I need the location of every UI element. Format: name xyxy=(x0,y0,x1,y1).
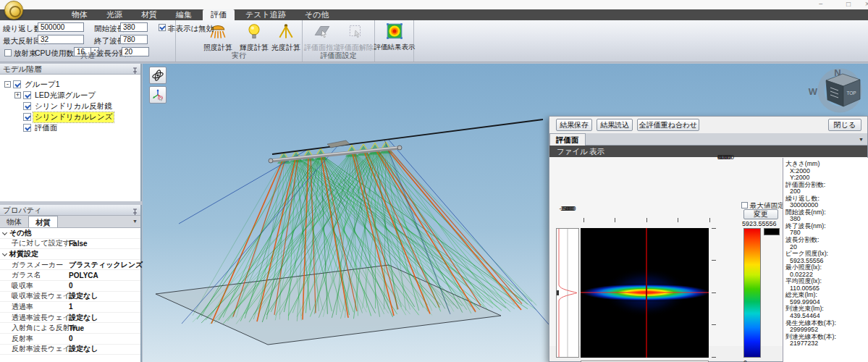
axis-tick xyxy=(712,357,716,358)
tab-material[interactable]: 材質 xyxy=(28,216,58,227)
evaluation-results-window: 結果保存 結果読込 全評価重ね合わせ 閉じる 評価面 ▼ ファイル 表示 -10… xyxy=(549,116,868,362)
view-cube[interactable]: TOP xyxy=(826,74,860,106)
cylindrical-reflector[interactable] xyxy=(272,119,543,154)
tree-expander-icon[interactable]: - xyxy=(4,81,11,88)
ribbon-tab[interactable]: テスト追跡 xyxy=(237,9,294,20)
hide-invalid-checkbox[interactable] xyxy=(159,24,166,31)
ribbon-tab[interactable]: 編集 xyxy=(168,9,200,20)
ribbon-tab[interactable]: 物体 xyxy=(64,9,96,20)
property-label: 吸収率 xyxy=(12,281,33,291)
property-row[interactable]: 透過率波長ウェイト 設定なし xyxy=(0,313,140,324)
tree-item[interactable]: シリンドリカルレンズ xyxy=(14,111,140,122)
lens-end-cap xyxy=(397,146,402,150)
property-panel-header: プロパティ xyxy=(0,205,140,216)
model-hierarchy-panel: モデル階層 - グループ1 + LED光源グループ シリンドリカル反射鏡 xyxy=(0,64,142,201)
property-row[interactable]: その他 xyxy=(0,228,140,239)
menu-file[interactable]: ファイル xyxy=(557,146,588,157)
ribbon-tab[interactable]: 材質 xyxy=(133,9,165,20)
tree-item[interactable]: 評価面 xyxy=(14,122,140,133)
tree-item[interactable]: - グループ1 xyxy=(4,79,140,90)
property-label: ガラスメーカー xyxy=(12,260,63,270)
tree-checkbox[interactable] xyxy=(23,124,31,132)
property-value: 設定なし xyxy=(69,344,98,354)
property-row[interactable]: 反射率 0 xyxy=(0,334,140,345)
ribbon-group-common: 繰り返し数 500000 最大反射回数 32 放射束 CPU使用数 16 ▲▼ … xyxy=(0,20,176,62)
iterations-input[interactable]: 500000 xyxy=(38,22,84,32)
led-source-body[interactable] xyxy=(327,140,350,148)
property-label: 材質設定 xyxy=(9,249,38,259)
property-value: 設定なし xyxy=(69,291,98,301)
start-wavelength-input[interactable]: 380 xyxy=(120,22,148,32)
orbit-view-button[interactable] xyxy=(149,67,167,84)
illuminance-heatmap[interactable] xyxy=(581,228,709,358)
app-logo-icon[interactable] xyxy=(4,1,23,20)
property-value: 設定なし xyxy=(69,313,98,323)
property-row[interactable]: 反射率波長ウェイト 設定なし xyxy=(0,345,140,355)
property-label: 反射率波長ウェイト xyxy=(12,344,77,354)
ribbon-tab[interactable]: 評価 xyxy=(203,9,235,20)
property-value: 1 xyxy=(69,303,73,311)
hide-invalid-label: 非表示は無効 xyxy=(168,24,214,34)
property-row[interactable]: 吸収率 0 xyxy=(0,281,140,292)
property-row[interactable]: 透過率 1 xyxy=(0,302,140,313)
tree-expander-icon[interactable]: + xyxy=(14,92,21,98)
max-fixed-checkbox[interactable] xyxy=(741,202,748,209)
property-row[interactable]: ガラス名 POLYCA xyxy=(0,270,140,281)
tree-item-label: グループ1 xyxy=(23,80,62,90)
menu-view[interactable]: 表示 xyxy=(589,146,604,157)
intensity-calc-icon xyxy=(277,22,295,41)
panel-splitter[interactable] xyxy=(0,201,142,205)
axis-label: -1000 xyxy=(717,153,734,161)
property-row[interactable]: 入射角による反射率 True xyxy=(0,323,140,334)
tree-item[interactable]: + LED光源グループ xyxy=(14,90,140,101)
minimize-icon[interactable]: − xyxy=(815,0,827,9)
model-hierarchy-header: モデル階層 xyxy=(0,64,140,75)
ribbon-tab-bar: 物体 光源 材質 編集 評価 テスト追跡 その他 xyxy=(0,9,868,20)
property-row[interactable]: ガラスメーカー プラスティックレンズ xyxy=(0,260,140,271)
move-object-button[interactable] xyxy=(149,86,167,104)
tree-checkbox[interactable] xyxy=(13,80,21,88)
tree-checkbox[interactable] xyxy=(23,113,31,121)
maximize-icon[interactable]: □ xyxy=(843,0,854,9)
tab-evaluation-surface[interactable]: 評価面 xyxy=(549,133,586,146)
chevron-down-icon[interactable]: ▼ xyxy=(132,219,138,224)
tree-item[interactable]: シリンドリカル反射鏡 xyxy=(14,101,140,111)
eval-surface-release-icon xyxy=(346,22,365,41)
max-reflections-input[interactable]: 32 xyxy=(38,35,84,44)
change-max-button[interactable]: 変更 xyxy=(743,209,778,219)
end-wavelength-input[interactable]: 780 xyxy=(120,35,148,44)
property-panel: プロパティ 物体 材質 ▼ その他 子に対して設定する False 材質設定 xyxy=(0,205,142,362)
tree-checkbox[interactable] xyxy=(23,91,31,99)
model-hierarchy-title: モデル階層 xyxy=(3,64,41,73)
close-icon[interactable]: × xyxy=(861,0,868,9)
chevron-down-icon[interactable]: ▼ xyxy=(859,137,864,142)
view-cube-top-label: TOP xyxy=(846,90,856,96)
property-label: 透過率 xyxy=(12,302,33,312)
ribbon-tab[interactable]: その他 xyxy=(297,9,337,20)
vertical-profile-plot xyxy=(556,228,579,358)
overlay-all-button[interactable]: 全評価重ね合わせ xyxy=(637,119,699,131)
max-fixed-label: 最大値固定 xyxy=(750,201,785,209)
axis-tick xyxy=(712,228,716,229)
axis-tick xyxy=(712,260,716,261)
property-row[interactable]: 吸収率波長ウェイト 設定なし xyxy=(0,292,140,303)
property-row[interactable]: 子に対して設定する False xyxy=(0,239,140,250)
property-grid: その他 子に対して設定する False 材質設定 ガラスメーカー プラスティック… xyxy=(0,228,140,355)
property-label: 吸収率波長ウェイト xyxy=(12,291,77,301)
property-row[interactable]: 材質設定 xyxy=(0,249,140,260)
ribbon-tab[interactable]: 光源 xyxy=(98,9,130,20)
scale-max-value: 5923.55556 xyxy=(742,220,777,227)
load-results-button[interactable]: 結果読込 xyxy=(597,119,633,131)
tree-item-label: 評価面 xyxy=(33,123,59,133)
property-label: 子に対して設定する xyxy=(12,238,77,248)
orbit-icon xyxy=(151,69,164,82)
tab-object[interactable]: 物体 xyxy=(0,216,28,227)
pin-icon[interactable] xyxy=(132,66,138,77)
eval-result-display-button[interactable]: 評価結果表示 xyxy=(376,22,413,56)
ribbon: 繰り返し数 500000 最大反射回数 32 放射束 CPU使用数 16 ▲▼ … xyxy=(0,20,868,62)
save-results-button[interactable]: 結果保存 xyxy=(556,119,592,131)
property-label: ガラス名 xyxy=(12,270,41,280)
close-button[interactable]: 閉じる xyxy=(828,119,861,131)
tree-checkbox[interactable] xyxy=(23,102,31,110)
section-chevron-icon xyxy=(2,230,8,236)
